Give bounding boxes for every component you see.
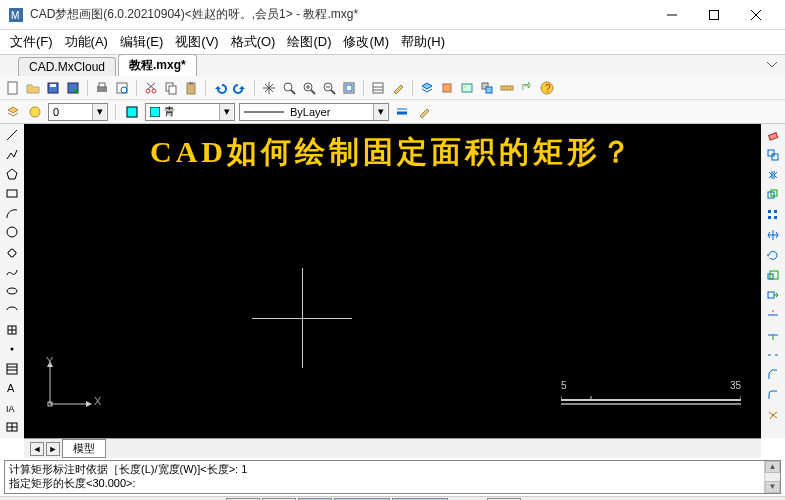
drawing-canvas[interactable]: CAD如何绘制固定面积的矩形？ Y X 5: [24, 124, 761, 438]
layer-icon[interactable]: [418, 79, 436, 97]
cut-icon[interactable]: [142, 79, 160, 97]
scroll-up-icon[interactable]: ▲: [765, 461, 780, 473]
zoom-window-icon[interactable]: [300, 79, 318, 97]
xref-icon[interactable]: [478, 79, 496, 97]
tab-active[interactable]: 教程.mxg*: [118, 54, 197, 76]
linetype-edit-icon[interactable]: [415, 103, 433, 121]
measure-icon[interactable]: [498, 79, 516, 97]
explode-tool-icon[interactable]: [764, 406, 782, 424]
save-icon[interactable]: [44, 79, 62, 97]
erase-tool-icon[interactable]: [764, 126, 782, 144]
hatch-tool-icon[interactable]: [3, 360, 21, 378]
polygon-tool-icon[interactable]: [3, 165, 21, 183]
line-tool-icon[interactable]: [3, 126, 21, 144]
svg-rect-48: [127, 107, 137, 117]
copy-icon[interactable]: [162, 79, 180, 97]
ellipse-arc-tool-icon[interactable]: [3, 302, 21, 320]
convert-icon[interactable]: [518, 79, 536, 97]
maximize-button[interactable]: [693, 1, 735, 29]
svg-point-57: [7, 288, 17, 294]
trim-tool-icon[interactable]: [764, 306, 782, 324]
svg-line-27: [311, 90, 315, 94]
tab-prev-icon[interactable]: ◄: [30, 442, 44, 456]
point-tool-icon[interactable]: [3, 341, 21, 359]
menu-file[interactable]: 文件(F): [4, 31, 59, 53]
offset-tool-icon[interactable]: [764, 186, 782, 204]
color-swatch-icon[interactable]: [123, 103, 141, 121]
text-tool-icon[interactable]: A: [3, 380, 21, 398]
menu-view[interactable]: 视图(V): [169, 31, 224, 53]
pan-icon[interactable]: [260, 79, 278, 97]
properties-icon[interactable]: [369, 79, 387, 97]
tab-cloud[interactable]: CAD.MxCloud: [18, 57, 116, 76]
svg-point-22: [284, 83, 292, 91]
block-icon[interactable]: [438, 79, 456, 97]
print-preview-icon[interactable]: [113, 79, 131, 97]
revcloud-tool-icon[interactable]: [3, 243, 21, 261]
ellipse-tool-icon[interactable]: [3, 282, 21, 300]
undo-icon[interactable]: [211, 79, 229, 97]
separator: [87, 80, 88, 96]
open-icon[interactable]: [24, 79, 42, 97]
chevron-down-icon: ▾: [219, 104, 233, 120]
command-line[interactable]: 计算矩形标注时依据［长度(L)/宽度(W)]<长度>: 1 指定矩形的长度<30…: [4, 460, 781, 494]
svg-rect-6: [8, 82, 17, 94]
break-tool-icon[interactable]: [764, 346, 782, 364]
zoom-previous-icon[interactable]: [320, 79, 338, 97]
scroll-down-icon[interactable]: ▼: [765, 481, 780, 493]
fillet-tool-icon[interactable]: [764, 386, 782, 404]
svg-rect-49: [150, 107, 160, 117]
close-button[interactable]: [735, 1, 777, 29]
chamfer-tool-icon[interactable]: [764, 366, 782, 384]
svg-line-30: [331, 90, 335, 94]
rotate-tool-icon[interactable]: [764, 246, 782, 264]
color-combo[interactable]: 青 ▾: [145, 103, 235, 121]
svg-rect-33: [373, 83, 383, 93]
stretch-tool-icon[interactable]: [764, 286, 782, 304]
redo-icon[interactable]: [231, 79, 249, 97]
menu-help[interactable]: 帮助(H): [395, 31, 451, 53]
copy-tool-icon[interactable]: [764, 146, 782, 164]
move-tool-icon[interactable]: [764, 226, 782, 244]
lineweight-icon[interactable]: [393, 103, 411, 121]
tab-dropdown-icon[interactable]: [765, 58, 779, 72]
menu-function[interactable]: 功能(A): [59, 31, 114, 53]
zoom-realtime-icon[interactable]: [280, 79, 298, 97]
zoom-extents-icon[interactable]: [340, 79, 358, 97]
paste-icon[interactable]: [182, 79, 200, 97]
layer-combo[interactable]: 0 ▾: [48, 103, 108, 121]
mtext-tool-icon[interactable]: IA: [3, 399, 21, 417]
svg-rect-89: [768, 292, 774, 298]
minimize-button[interactable]: [651, 1, 693, 29]
menu-format[interactable]: 格式(O): [225, 31, 282, 53]
circle-tool-icon[interactable]: [3, 224, 21, 242]
matchprops-icon[interactable]: [389, 79, 407, 97]
spline-tool-icon[interactable]: [3, 263, 21, 281]
menu-modify[interactable]: 修改(M): [337, 31, 395, 53]
model-tab[interactable]: 模型: [62, 439, 106, 458]
help-icon[interactable]: ?: [538, 79, 556, 97]
layer-manager-icon[interactable]: [4, 103, 22, 121]
arc-tool-icon[interactable]: [3, 204, 21, 222]
new-icon[interactable]: [4, 79, 22, 97]
svg-point-14: [146, 89, 150, 93]
menu-draw[interactable]: 绘图(D): [281, 31, 337, 53]
scale-tool-icon[interactable]: [764, 266, 782, 284]
image-icon[interactable]: [458, 79, 476, 97]
rectangle-tool-icon[interactable]: [3, 185, 21, 203]
extend-tool-icon[interactable]: [764, 326, 782, 344]
table-tool-icon[interactable]: [3, 419, 21, 437]
tab-next-icon[interactable]: ►: [46, 442, 60, 456]
linetype-combo[interactable]: ByLayer ▾: [239, 103, 389, 121]
polyline-tool-icon[interactable]: [3, 146, 21, 164]
saveas-icon[interactable]: [64, 79, 82, 97]
insert-block-icon[interactable]: [3, 321, 21, 339]
menu-edit[interactable]: 编辑(E): [114, 31, 169, 53]
layer-state-icon[interactable]: [26, 103, 44, 121]
separator: [115, 104, 116, 120]
svg-rect-84: [774, 210, 777, 213]
command-scrollbar[interactable]: ▲ ▼: [764, 461, 780, 493]
print-icon[interactable]: [93, 79, 111, 97]
mirror-tool-icon[interactable]: [764, 166, 782, 184]
array-tool-icon[interactable]: [764, 206, 782, 224]
